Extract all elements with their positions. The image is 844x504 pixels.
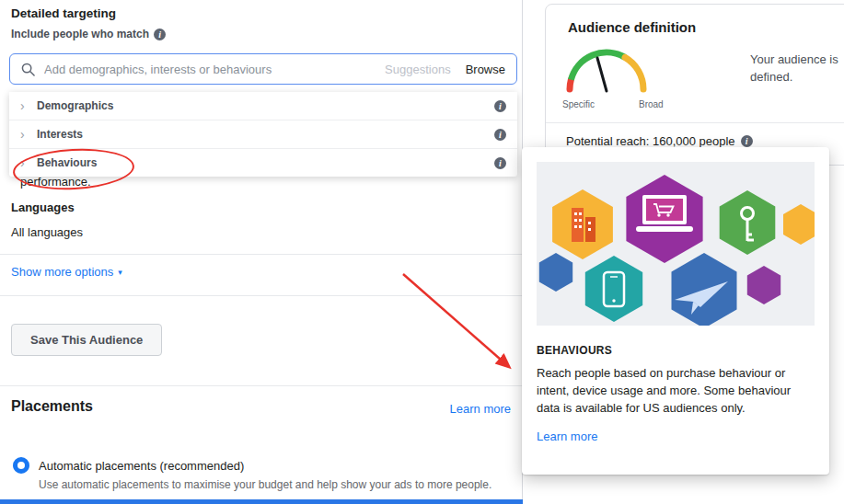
audience-gauge-icon bbox=[559, 41, 654, 95]
languages-value: All languages bbox=[11, 225, 83, 239]
laptop-cart-icon bbox=[636, 195, 693, 232]
search-icon bbox=[21, 63, 35, 76]
divider bbox=[0, 254, 523, 255]
include-people-label: Include people who match bbox=[11, 28, 149, 40]
automatic-placements-label[interactable]: Automatic placements (recommended) bbox=[39, 459, 244, 473]
targeting-search-input[interactable] bbox=[42, 62, 385, 77]
suggestions-button[interactable]: Suggestions bbox=[385, 63, 451, 76]
placements-title: Placements bbox=[11, 398, 93, 415]
info-icon[interactable]: i bbox=[494, 129, 506, 141]
behaviours-popover: BEHAVIOURS Reach people based on purchas… bbox=[522, 147, 829, 475]
hexagon-small-purple bbox=[747, 266, 780, 304]
hexagon-teal bbox=[585, 256, 642, 322]
targeting-search-box[interactable]: Suggestions Browse bbox=[9, 53, 517, 85]
placements-learn-more-link[interactable]: Learn more bbox=[450, 402, 511, 416]
audience-definition-title: Audience definition bbox=[568, 19, 696, 35]
info-icon[interactable]: i bbox=[494, 157, 506, 169]
dropdown-item-label: Demographics bbox=[37, 99, 113, 112]
potential-reach-row: Potential reach: 160,000 people i bbox=[546, 122, 844, 148]
automatic-placements-radio[interactable] bbox=[13, 457, 29, 474]
popover-description: Reach people based on purchase behaviour… bbox=[537, 364, 816, 417]
gauge-broad-label: Broad bbox=[639, 99, 664, 109]
ads-manager-screen: Detailed targeting Include people who ma… bbox=[0, 0, 844, 504]
chevron-right-icon: › bbox=[20, 127, 37, 142]
languages-title: Languages bbox=[11, 200, 75, 214]
popover-title: BEHAVIOURS bbox=[537, 344, 815, 357]
behaviours-illustration bbox=[537, 162, 815, 326]
dropdown-item-demographics[interactable]: › Demographics i bbox=[9, 92, 517, 120]
audience-status-text: Your audience is defined. bbox=[750, 51, 838, 86]
audience-status-line1: Your audience is bbox=[750, 51, 838, 68]
dropdown-item-label: Interests bbox=[37, 128, 83, 141]
divider bbox=[0, 385, 523, 386]
annotation-arrow bbox=[394, 265, 527, 384]
audience-definition-card: Audience definition Specific Broad Your … bbox=[545, 4, 844, 166]
browse-button[interactable]: Browse bbox=[466, 63, 505, 76]
hexagon-blue bbox=[672, 253, 737, 326]
audience-status-line2: defined. bbox=[750, 68, 838, 86]
info-icon[interactable]: i bbox=[154, 29, 166, 40]
info-icon[interactable]: i bbox=[741, 135, 753, 147]
chevron-right-icon: › bbox=[20, 98, 37, 113]
show-more-options-link[interactable]: Show more options ▾ bbox=[11, 265, 122, 279]
popover-learn-more-link[interactable]: Learn more bbox=[537, 430, 597, 443]
show-more-options-label: Show more options bbox=[11, 265, 113, 279]
hexagon-small-yellow bbox=[783, 204, 815, 245]
include-people-row: Include people who match i bbox=[11, 28, 166, 40]
targeting-panel: Detailed targeting Include people who ma… bbox=[0, 0, 523, 504]
gauge-specific-label: Specific bbox=[562, 99, 595, 109]
bottom-progress-bar bbox=[0, 499, 523, 504]
automatic-placements-description: Use automatic placements to maximise you… bbox=[39, 478, 491, 491]
caret-down-icon: ▾ bbox=[118, 268, 122, 277]
save-audience-button[interactable]: Save This Audience bbox=[11, 324, 162, 356]
hexagon-small-blue bbox=[539, 253, 572, 292]
potential-reach-text: Potential reach: 160,000 people bbox=[566, 134, 735, 148]
detailed-targeting-title: Detailed targeting bbox=[11, 6, 116, 20]
hexagon-illustration-icon bbox=[537, 162, 815, 326]
dropdown-item-interests[interactable]: › Interests i bbox=[9, 120, 517, 149]
info-icon[interactable]: i bbox=[494, 100, 506, 112]
